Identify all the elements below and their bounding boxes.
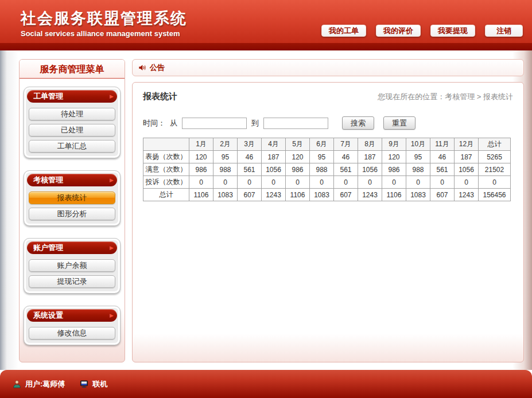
header-button[interactable]: 我要提现: [430, 25, 475, 37]
sidebar-section-header[interactable]: 考核管理▶: [27, 174, 117, 186]
filter-row: 时间： 从 到 搜索 重置: [143, 116, 513, 130]
reset-button[interactable]: 重置: [383, 116, 415, 130]
sidebar-item[interactable]: 报表统计: [29, 192, 115, 204]
table-cell: 1106: [189, 189, 213, 201]
table-header-cell: 7月: [334, 138, 358, 151]
table-cell: 607: [334, 189, 358, 201]
sidebar-section-items: 报表统计图形分析: [27, 186, 117, 223]
header: 社会服务联盟管理系统 Social services alliance mana…: [0, 0, 532, 43]
header-button[interactable]: 我的工单: [321, 25, 366, 37]
table-cell: 156456: [479, 189, 511, 201]
table-cell: 95: [406, 151, 430, 163]
sidebar-section: 系统设置▶修改信息: [24, 306, 121, 345]
table-cell: 0: [406, 176, 430, 189]
sidebar-menu-title: 服务商管理菜单: [20, 60, 125, 79]
table-cell: 607: [430, 189, 455, 201]
sidebar-sections: 工单管理▶待处理已处理工单汇总考核管理▶报表统计图形分析账户管理▶账户余额提现记…: [20, 79, 125, 345]
main-panel: 报表统计 您现在所在的位置：考核管理 > 报表统计 时间： 从 到 搜索 重置 …: [132, 82, 524, 362]
table-cell: 187: [262, 151, 286, 163]
header-buttons: 我的工单我的评价我要提现注销: [321, 25, 523, 37]
table-body: 表扬（次数）1209546187120954618712095461875265…: [143, 151, 511, 201]
stats-table: 1月2月3月4月5月6月7月8月9月10月11月12月总计 表扬（次数）1209…: [143, 138, 511, 201]
table-cell: 561: [238, 163, 262, 176]
table-cell: 0: [286, 176, 310, 189]
table-cell: 986: [286, 163, 310, 176]
header-divider-strip: [0, 43, 532, 50]
footer-user: 用户:葛师傅: [13, 379, 65, 389]
table-header-cell: 1月: [189, 138, 213, 151]
chevron-right-icon: ▶: [110, 245, 114, 251]
header-button[interactable]: 注销: [485, 25, 523, 37]
table-cell: 95: [310, 151, 334, 163]
table-row-label: 总计: [143, 189, 189, 201]
table-row-label: 表扬（次数）: [143, 151, 189, 163]
table-header-cell: 3月: [238, 138, 262, 151]
main-column: 公告 报表统计 您现在所在的位置：考核管理 > 报表统计 时间： 从 到 搜索 …: [132, 59, 524, 362]
table-cell: 0: [430, 176, 455, 189]
from-label: 从: [170, 118, 177, 128]
table-cell: 1083: [406, 189, 430, 201]
sidebar-section-items: 待处理已处理工单汇总: [27, 103, 117, 155]
sidebar-section: 工单管理▶待处理已处理工单汇总: [24, 87, 121, 158]
sidebar-item[interactable]: 修改信息: [29, 327, 115, 340]
table-cell: 1056: [262, 163, 286, 176]
table-cell: 1083: [310, 189, 334, 201]
page: 社会服务联盟管理系统 Social services alliance mana…: [0, 0, 532, 398]
sidebar-item[interactable]: 图形分析: [29, 208, 115, 220]
table-header-row: 1月2月3月4月5月6月7月8月9月10月11月12月总计: [143, 138, 511, 151]
table-header-cell: [143, 138, 189, 151]
table-row-label: 满意（次数）: [143, 163, 189, 176]
table-cell: 986: [382, 163, 406, 176]
date-from-input[interactable]: [182, 118, 247, 129]
table-cell: 1106: [382, 189, 406, 201]
sidebar-section-header[interactable]: 工单管理▶: [27, 90, 117, 103]
notice-label: 公告: [150, 63, 165, 73]
sidebar-section-title: 系统设置: [33, 310, 63, 321]
table-cell: 607: [238, 189, 262, 201]
sidebar-item[interactable]: 待处理: [29, 108, 115, 120]
speaker-icon: [138, 64, 146, 72]
sidebar-item[interactable]: 已处理: [29, 124, 115, 136]
sidebar-section-header[interactable]: 账户管理▶: [27, 241, 117, 254]
notice-bar[interactable]: 公告: [132, 59, 524, 76]
date-to-input[interactable]: [263, 118, 328, 129]
table-cell: 1056: [358, 163, 382, 176]
table-header-cell: 4月: [262, 138, 286, 151]
table-cell: 0: [382, 176, 406, 189]
table-cell: 988: [310, 163, 334, 176]
table-cell: 5265: [479, 151, 511, 163]
monitor-icon: [80, 380, 88, 388]
body: 服务商管理菜单 工单管理▶待处理已处理工单汇总考核管理▶报表统计图形分析账户管理…: [0, 50, 532, 370]
table-cell: 0: [213, 176, 238, 189]
table-cell: 1083: [213, 189, 238, 201]
table-cell: 988: [213, 163, 238, 176]
search-button[interactable]: 搜索: [342, 116, 374, 130]
chevron-right-icon: ▶: [110, 93, 114, 99]
table-header-cell: 12月: [455, 138, 479, 151]
table-header-cell: 8月: [358, 138, 382, 151]
table-cell: 561: [334, 163, 358, 176]
table-header-cell: 11月: [430, 138, 455, 151]
table-cell: 0: [310, 176, 334, 189]
table-cell: 187: [358, 151, 382, 163]
table-row: 投诉（次数）0000000000000: [143, 176, 511, 189]
user-icon: [13, 380, 21, 388]
table-cell: 1243: [455, 189, 479, 201]
table-cell: 0: [334, 176, 358, 189]
table-cell: 1056: [455, 163, 479, 176]
table-cell: 120: [189, 151, 213, 163]
table-cell: 0: [455, 176, 479, 189]
footer: 用户:葛师傅 联机: [0, 370, 532, 398]
table-header-cell: 6月: [310, 138, 334, 151]
footer-online-label: 联机: [92, 379, 107, 389]
sidebar-item[interactable]: 账户余额: [29, 259, 115, 272]
sidebar-item[interactable]: 提现记录: [29, 275, 115, 288]
breadcrumb: 您现在所在的位置：考核管理 > 报表统计: [378, 92, 513, 102]
header-button[interactable]: 我的评价: [376, 25, 421, 37]
time-label: 时间：: [143, 118, 165, 128]
title-row: 报表统计 您现在所在的位置：考核管理 > 报表统计: [143, 91, 513, 102]
table-cell: 988: [406, 163, 430, 176]
sidebar-section-header[interactable]: 系统设置▶: [27, 309, 117, 322]
sidebar-item[interactable]: 工单汇总: [29, 140, 115, 153]
table-cell: 0: [238, 176, 262, 189]
